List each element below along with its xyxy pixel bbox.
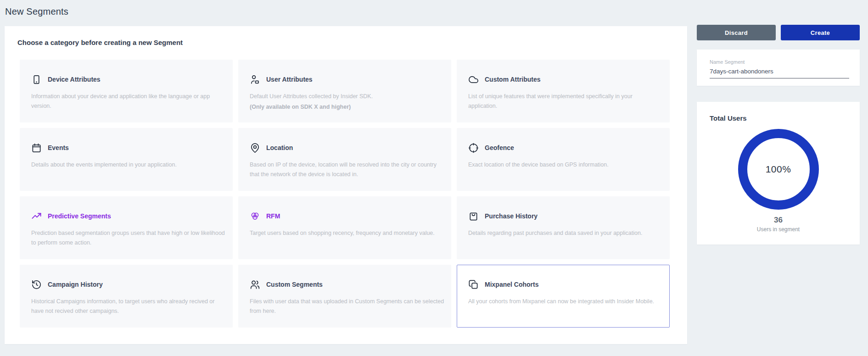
user-attributes-icon xyxy=(250,74,260,85)
card-title: Device Attributes xyxy=(48,76,101,83)
card-description: Details regarding past purchases and dat… xyxy=(468,228,663,238)
card-head: Device Attributes xyxy=(31,73,226,85)
card-purchase-history[interactable]: Purchase History Details regarding past … xyxy=(457,196,670,259)
card-head: Events xyxy=(31,142,226,154)
category-panel: Choose a category before creating a new … xyxy=(5,26,687,344)
discard-button[interactable]: Discard xyxy=(697,25,776,40)
users-count: 36 xyxy=(697,216,860,225)
card-predictive-segments[interactable]: Predictive Segments Prediction based seg… xyxy=(20,196,233,259)
card-title: User Attributes xyxy=(266,76,313,83)
card-user-attributes[interactable]: User Attributes Default User Attributes … xyxy=(238,60,451,122)
card-description: Historical Campaigns information, to tar… xyxy=(31,297,226,316)
card-head: Custom Segments xyxy=(250,278,444,290)
segment-sidebar: Discard Create Name Segment Total Users … xyxy=(697,25,860,245)
card-events[interactable]: Events Details about the events implemen… xyxy=(20,128,233,191)
card-head: Purchase History xyxy=(468,210,663,222)
card-title: Custom Attributes xyxy=(485,76,541,83)
card-rfm[interactable]: RFM Target users based on shopping recen… xyxy=(238,196,451,259)
card-geofence[interactable]: Geofence Exact location of the device ba… xyxy=(457,128,670,191)
card-head: Custom Attributes xyxy=(468,73,663,85)
card-description: List of unique features that were implem… xyxy=(468,92,663,111)
name-segment-label: Name Segment xyxy=(710,59,849,65)
venn-icon xyxy=(250,211,260,222)
card-campaign-history[interactable]: Campaign History Historical Campaigns in… xyxy=(20,265,233,328)
users-icon xyxy=(250,279,260,290)
card-head: Predictive Segments xyxy=(31,210,226,222)
page-title: New Segments xyxy=(5,6,68,17)
card-description: Details about the events implemented in … xyxy=(31,160,226,170)
card-title: RFM xyxy=(266,212,280,220)
card-title: Geofence xyxy=(485,144,514,151)
card-description: Default User Attributes collected by Ins… xyxy=(250,92,444,101)
cohorts-icon xyxy=(468,279,479,290)
card-device-attributes[interactable]: Device Attributes Information about your… xyxy=(20,60,233,122)
total-users-donut-chart: 100% xyxy=(738,129,819,210)
name-segment-input[interactable] xyxy=(710,66,849,78)
cloud-icon xyxy=(468,74,479,85)
total-users-title: Total Users xyxy=(710,114,860,122)
shopping-bag-icon xyxy=(468,211,479,222)
card-description-note: (Only available on SDK X and higher) xyxy=(250,102,444,112)
panel-heading: Choose a category before creating a new … xyxy=(17,39,183,46)
card-head: RFM xyxy=(250,210,444,222)
trending-up-icon xyxy=(31,211,42,222)
card-title: Campaign History xyxy=(48,281,103,288)
map-pin-icon xyxy=(250,143,260,153)
device-icon xyxy=(31,74,42,85)
card-custom-segments[interactable]: Custom Segments Files with user data tha… xyxy=(238,265,451,328)
calendar-icon xyxy=(31,143,42,153)
card-head: Location xyxy=(250,142,444,154)
card-description: Target users based on shopping recency, … xyxy=(250,228,444,238)
category-grid: Device Attributes Information about your… xyxy=(20,60,670,328)
card-title: Location xyxy=(266,144,293,151)
card-title: Purchase History xyxy=(485,212,538,220)
card-description: All your cohorts from Mixpanel can now b… xyxy=(468,297,663,306)
card-location[interactable]: Location Based on IP of the device, loca… xyxy=(238,128,451,191)
card-description: Information about your device and applic… xyxy=(31,92,226,111)
card-description: Files with user data that was uploaded i… xyxy=(250,297,444,316)
card-mixpanel-cohorts[interactable]: Mixpanel Cohorts All your cohorts from M… xyxy=(457,265,670,328)
card-head: Geofence xyxy=(468,142,663,154)
card-description: Exact location of the device based on GP… xyxy=(468,160,663,170)
card-custom-attributes[interactable]: Custom Attributes List of unique feature… xyxy=(457,60,670,122)
donut-percent-label: 100% xyxy=(766,164,791,175)
total-users-card: Total Users 100% 36 Users in segment xyxy=(697,102,860,245)
card-head: User Attributes xyxy=(250,73,444,85)
card-title: Custom Segments xyxy=(266,281,323,288)
name-segment-card: Name Segment xyxy=(697,50,860,86)
crosshair-icon xyxy=(468,143,479,153)
card-title: Predictive Segments xyxy=(48,212,111,220)
action-buttons: Discard Create xyxy=(697,25,860,40)
card-title: Mixpanel Cohorts xyxy=(485,281,538,288)
card-description: Based on IP of the device, location will… xyxy=(250,160,444,179)
users-count-caption: Users in segment xyxy=(697,226,860,233)
create-button[interactable]: Create xyxy=(781,25,860,40)
card-description: Prediction based segmentation groups use… xyxy=(31,228,226,247)
card-head: Mixpanel Cohorts xyxy=(468,278,663,290)
card-title: Events xyxy=(48,144,69,151)
card-head: Campaign History xyxy=(31,278,226,290)
history-icon xyxy=(31,279,42,290)
